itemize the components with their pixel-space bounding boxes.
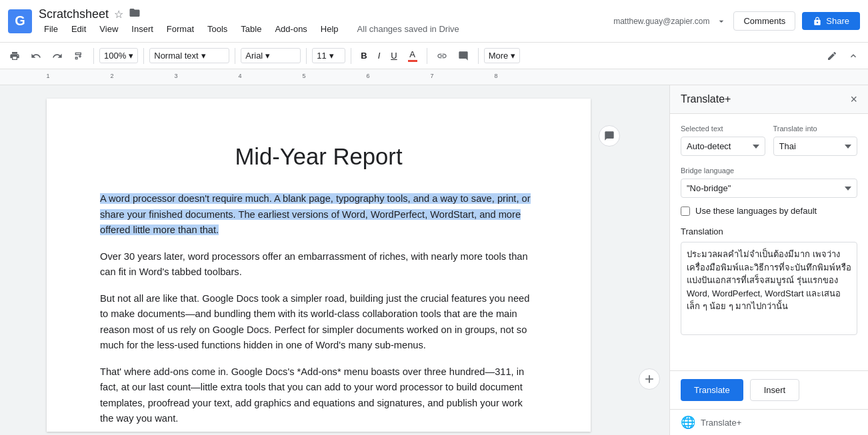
- font-select[interactable]: Arial ▾: [241, 48, 301, 63]
- collapse-icon: [848, 51, 859, 61]
- doc-title-row: Scratchsheet ☆: [39, 7, 613, 21]
- use-default-label: Use these languages by default: [695, 206, 817, 216]
- separator-2: [143, 48, 144, 64]
- comments-button[interactable]: Comments: [733, 11, 795, 31]
- panel-close-button[interactable]: ×: [850, 93, 857, 105]
- italic-button[interactable]: I: [374, 48, 385, 63]
- redo-icon: [52, 51, 63, 61]
- doc-area[interactable]: Mid-Year Report A word processor doesn't…: [0, 85, 669, 435]
- menu-bar: File Edit View Insert Format Tools Table…: [39, 23, 613, 35]
- document-title: Mid-Year Report: [100, 139, 537, 175]
- pen-button[interactable]: [823, 48, 841, 64]
- paragraph-4: That' where add-ons come in. Google Docs…: [100, 364, 537, 427]
- paint-format-icon: [73, 51, 84, 61]
- undo-icon: [31, 51, 41, 61]
- save-status: All changes saved in Drive: [357, 24, 459, 34]
- menu-view[interactable]: View: [94, 23, 123, 35]
- more-select[interactable]: More ▾: [484, 48, 521, 63]
- menu-table[interactable]: Table: [235, 23, 267, 35]
- color-bar: [408, 60, 417, 62]
- print-button[interactable]: [5, 48, 24, 64]
- share-button[interactable]: Share: [802, 12, 860, 30]
- menu-addons[interactable]: Add-ons: [269, 23, 312, 35]
- panel-body: Selected text Auto-detect Translate into…: [670, 114, 868, 370]
- zoom-arrow: ▾: [129, 51, 133, 61]
- translate-panel: Translate+ × Selected text Auto-detect T…: [669, 85, 868, 435]
- selected-text-select[interactable]: Auto-detect: [681, 137, 765, 156]
- panel-header: Translate+ ×: [670, 85, 868, 114]
- top-bar: G Scratchsheet ☆ File Edit View Insert F…: [0, 0, 868, 43]
- panel-footer-label: Translate+: [701, 418, 741, 428]
- undo-button[interactable]: [27, 48, 45, 64]
- redo-button[interactable]: [48, 48, 67, 64]
- font-arrow: ▾: [265, 51, 270, 61]
- toolbar: 100% ▾ Normal text ▾ Arial ▾ 11 ▾ B I U …: [0, 43, 868, 69]
- google-logo: G: [8, 9, 32, 33]
- separator-7: [478, 48, 479, 64]
- translate-into-select[interactable]: Thai: [773, 137, 858, 156]
- lock-icon: [813, 17, 822, 26]
- panel-footer: Translate Insert: [670, 370, 868, 409]
- fontsize-arrow: ▾: [329, 51, 334, 61]
- style-select[interactable]: Normal text ▾: [149, 48, 229, 63]
- font-size-select[interactable]: 11 ▾: [312, 48, 345, 63]
- menu-tools[interactable]: Tools: [202, 23, 233, 35]
- panel-title: Translate+: [681, 93, 731, 105]
- panel-bottom-bar: 🌐 Translate+: [670, 409, 868, 435]
- translate-into-col: Translate into Thai: [773, 125, 858, 156]
- separator-3: [235, 48, 235, 64]
- link-icon: [437, 51, 447, 61]
- doc-title: Scratchsheet: [39, 7, 109, 21]
- selected-text-col: Selected text Auto-detect: [681, 125, 765, 156]
- selected-text-label: Selected text: [681, 125, 765, 133]
- separator-4: [306, 48, 307, 64]
- translate-into-label: Translate into: [773, 125, 858, 133]
- translate-button[interactable]: Translate: [681, 379, 743, 401]
- zoom-select[interactable]: 100% ▾: [99, 48, 138, 63]
- side-toolbar: [596, 99, 623, 422]
- text-color-button[interactable]: A: [404, 47, 421, 65]
- user-area: matthew.guay@zapier.com Comments Share: [613, 11, 860, 31]
- menu-help[interactable]: Help: [315, 23, 344, 35]
- paragraph-3: But not all are like that. Google Docs t…: [100, 291, 537, 354]
- style-arrow: ▾: [201, 51, 206, 61]
- menu-file[interactable]: File: [39, 23, 63, 35]
- bridge-label: Bridge language: [681, 167, 857, 175]
- highlighted-text: A word processor doesn't require much. A…: [100, 193, 531, 235]
- user-email: matthew.guay@zapier.com: [613, 17, 709, 26]
- main-area: Mid-Year Report A word processor doesn't…: [0, 85, 868, 435]
- paragraph-2: Over 30 years later, word processors off…: [100, 249, 537, 280]
- menu-format[interactable]: Format: [161, 23, 199, 35]
- translation-label: Translation: [681, 226, 857, 236]
- language-row: Selected text Auto-detect Translate into…: [681, 125, 857, 156]
- doc-title-area: Scratchsheet ☆ File Edit View Insert For…: [39, 7, 613, 35]
- menu-edit[interactable]: Edit: [66, 23, 91, 35]
- collapse-button[interactable]: [844, 48, 863, 64]
- translation-textarea[interactable]: ประมวลผลคำไม่จำเป็นต้องมีมาก เพจว่างเครื…: [681, 242, 857, 335]
- ruler: 1 2 3 4 5 6 7 8: [0, 69, 868, 85]
- separator-5: [351, 48, 351, 64]
- menu-insert[interactable]: Insert: [126, 23, 159, 35]
- use-default-checkbox[interactable]: [681, 207, 690, 216]
- folder-icon[interactable]: [129, 7, 141, 21]
- side-plus-button[interactable]: [639, 368, 660, 390]
- pen-icon: [827, 51, 837, 61]
- translate-globe-icon: 🌐: [681, 415, 695, 430]
- more-arrow: ▾: [511, 51, 515, 61]
- side-comment-button[interactable]: [599, 125, 620, 147]
- comment-icon: [458, 51, 469, 61]
- dropdown-icon: [716, 16, 727, 27]
- underline-button[interactable]: U: [387, 48, 401, 63]
- link-button[interactable]: [433, 48, 451, 64]
- comment-button[interactable]: [454, 48, 473, 64]
- insert-button[interactable]: Insert: [750, 379, 800, 401]
- separator-1: [93, 48, 94, 64]
- bridge-select[interactable]: "No-bridge": [681, 179, 857, 198]
- print-icon: [9, 51, 20, 61]
- share-label: Share: [826, 16, 849, 26]
- star-icon[interactable]: ☆: [114, 8, 123, 21]
- paint-format-button[interactable]: [69, 48, 88, 64]
- separator-6: [427, 48, 427, 64]
- bold-button[interactable]: B: [357, 48, 371, 63]
- use-default-row: Use these languages by default: [681, 206, 857, 216]
